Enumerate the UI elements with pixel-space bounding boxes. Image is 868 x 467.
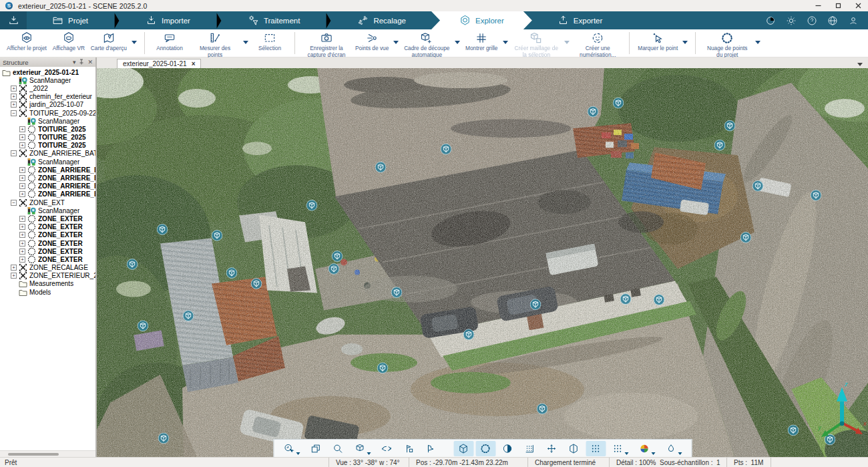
dropdown-caret-icon[interactable] (678, 452, 682, 455)
scan-marker-icon[interactable] (714, 140, 725, 150)
nuage-de-points-du-projet-button[interactable]: Nuage de points du projet (701, 29, 753, 57)
tree-item-zone-exter[interactable]: +ZONE_EXTER (0, 223, 95, 231)
collapse-icon[interactable]: − (11, 110, 17, 116)
expand-icon[interactable]: + (11, 86, 17, 92)
zoom-tool-button[interactable] (328, 441, 348, 456)
scan-marker-icon[interactable] (654, 295, 664, 305)
mesurer-des-points-button[interactable]: Mesurer des points (189, 29, 241, 57)
expand-icon[interactable]: + (19, 216, 25, 222)
tree-item-scanmanager[interactable]: ScanManager (0, 158, 95, 166)
dropdown-caret-icon[interactable] (755, 41, 761, 44)
tree-item-zone-recalage[interactable]: +ZONE_RECALAGE (0, 264, 95, 272)
montrer-grille-button[interactable]: Montrer grille (462, 29, 501, 57)
cr-er-une-num-risation-button[interactable]: Créer une numérisation... (572, 29, 624, 57)
s-lection-button[interactable]: Sélection (250, 29, 289, 57)
dropdown-caret-icon[interactable] (682, 41, 688, 44)
points-de-vue-button[interactable]: Points de vue (353, 29, 391, 57)
point-density-button[interactable] (586, 441, 606, 456)
rotate-view-button[interactable] (377, 441, 397, 456)
expand-icon[interactable]: + (11, 102, 17, 108)
tree-item-zone-arriere-bat-2025[interactable]: +ZONE_ARRIERE_BAT_2025 (0, 190, 95, 198)
scan-marker-icon[interactable] (752, 180, 763, 191)
tree-item-exterieur-2025-01-21[interactable]: exterieur_2025-01-21 (0, 68, 95, 76)
expand-icon[interactable]: + (19, 126, 25, 132)
progress-pie-icon[interactable] (765, 15, 776, 26)
ribbon-tab-explorer[interactable]: Explorer (431, 11, 532, 29)
scan-marker-icon[interactable] (306, 200, 317, 210)
scan-marker-icon[interactable] (329, 264, 339, 275)
tree-item-chemin-fer-exterieur[interactable]: +chemin_fer_exterieur (0, 93, 95, 101)
tree-item-zone-exter[interactable]: +ZONE_EXTER (0, 231, 95, 239)
scan-marker-icon[interactable] (811, 190, 821, 200)
settings-gear-icon[interactable] (786, 15, 797, 26)
structured-points-button[interactable] (519, 441, 539, 456)
scan-marker-icon[interactable] (138, 321, 148, 331)
tree-item-jardin-2025-10-07[interactable]: +jardin_2025-10-07 (0, 101, 95, 109)
point-cloud-visibility-button[interactable] (475, 441, 495, 456)
tree-item-zone-exter[interactable]: +ZONE_EXTER (0, 247, 95, 255)
ribbon-tab-importer[interactable]: Importer (120, 11, 216, 29)
dropdown-caret-icon[interactable] (564, 41, 570, 44)
tree-item-2022[interactable]: +_2022 (0, 84, 95, 92)
tree-item-scanmanager[interactable]: ScanManager (0, 206, 95, 214)
tab-list-dropdown-icon[interactable] (857, 63, 863, 66)
tree-item-zone-ext[interactable]: −ZONE_EXT (0, 198, 95, 206)
ribbon-tab-exporter[interactable]: Exporter (532, 11, 628, 29)
expand-icon[interactable]: + (11, 273, 17, 279)
pan-view-button[interactable] (399, 441, 419, 456)
scan-marker-icon[interactable] (127, 259, 138, 270)
expand-icon[interactable]: + (19, 224, 25, 230)
expand-icon[interactable]: + (19, 167, 25, 173)
quick-save-button[interactable] (0, 11, 27, 29)
marquer-le-point-button[interactable]: Marquer le point (635, 29, 680, 57)
scan-marker-icon[interactable] (157, 224, 168, 235)
scan-marker-icon[interactable] (251, 279, 262, 289)
ribbon-tab-traitement[interactable]: Traitement (222, 11, 326, 29)
expand-icon[interactable]: + (19, 249, 25, 255)
dropdown-caret-icon[interactable] (624, 452, 628, 455)
tree-item-toiture-2025[interactable]: +TOITURE_2025 (0, 125, 95, 133)
ribbon-tab-projet[interactable]: Projet (27, 11, 114, 29)
tree-item-zone-arriere-bat-2025-09-2[interactable]: −ZONE_ARRIERE_BAT_2025_09_2 (0, 150, 95, 158)
scan-marker-icon[interactable] (463, 329, 474, 340)
color-mode-button[interactable] (634, 441, 654, 456)
close-button[interactable] (848, 0, 868, 11)
tree-item-toiture-2025-09-22[interactable]: −TOITURE_2025-09-22 (0, 109, 95, 117)
enregistrer-la-capture-d-cran-button[interactable]: Enregistrer la capture d'écran (300, 29, 353, 57)
annotation-button[interactable]: Annotation (150, 29, 189, 57)
tree-item-models[interactable]: Models (0, 288, 95, 296)
account-icon[interactable] (848, 15, 859, 26)
dropdown-caret-icon[interactable] (367, 452, 371, 455)
panel-menu-icon[interactable]: ▾ (73, 59, 76, 65)
tree-item-zone-arriere-bat-2025[interactable]: +ZONE_ARRIERE_BAT_2025 (0, 166, 95, 174)
scan-marker-icon[interactable] (212, 230, 222, 241)
web-icon[interactable] (827, 15, 838, 26)
tree-item-toiture-2025[interactable]: +TOITURE_2025 (0, 142, 95, 150)
navigation-mode-button[interactable] (279, 441, 299, 456)
scan-marker-icon[interactable] (226, 268, 237, 279)
scan-marker-icon[interactable] (588, 106, 598, 117)
tree-item-zone-exter[interactable]: +ZONE_EXTER (0, 239, 95, 247)
contrast-mode-button[interactable] (497, 441, 517, 456)
tree-horizontal-scrollbar[interactable] (0, 450, 95, 457)
tree-item-zone-exterieur-2025[interactable]: +ZONE_EXTERIEUR_2025 (0, 272, 95, 280)
scan-marker-icon[interactable] (740, 232, 751, 243)
expand-icon[interactable]: + (11, 94, 17, 100)
collapse-icon[interactable]: − (11, 200, 17, 206)
dropdown-caret-icon[interactable] (132, 41, 137, 44)
dropdown-caret-icon[interactable] (455, 41, 460, 44)
scan-marker-icon[interactable] (375, 162, 386, 172)
scan-marker-icon[interactable] (530, 299, 541, 310)
help-icon[interactable] (807, 15, 817, 26)
affichage-vr-button[interactable]: Affichage VR (49, 29, 88, 57)
expand-icon[interactable]: + (11, 265, 17, 271)
tree-item-scanmanager[interactable]: ScanManager (0, 76, 95, 84)
expand-icon[interactable]: + (19, 142, 25, 148)
expand-icon[interactable]: + (19, 191, 25, 197)
point-size-button[interactable] (608, 441, 628, 456)
move-tool-button[interactable] (541, 441, 562, 456)
scan-marker-icon[interactable] (183, 311, 194, 321)
tree-item-zone-exter[interactable]: +ZONE_EXTER (0, 214, 95, 222)
scan-marker-icon[interactable] (788, 425, 799, 436)
viewport-windows-button[interactable] (306, 441, 326, 456)
